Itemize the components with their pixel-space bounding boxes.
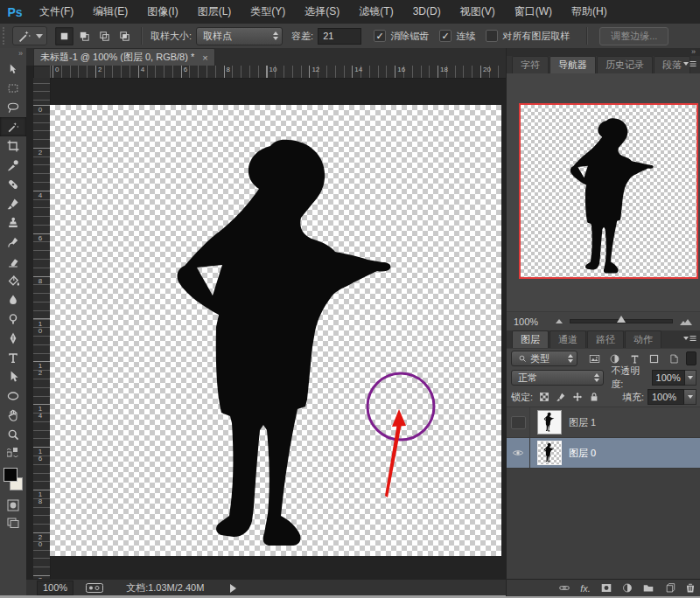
tab-导航器[interactable]: 导航器 (550, 56, 596, 73)
checkbox-checked[interactable]: ✓消除锯齿 (374, 30, 429, 43)
link-layers-button[interactable] (554, 581, 575, 595)
layer-thumbnail[interactable] (537, 441, 562, 465)
new-selection-button[interactable] (55, 27, 74, 45)
sample-size-select[interactable]: 取样点 (196, 27, 283, 45)
tab-历史记录[interactable]: 历史记录 (597, 56, 653, 73)
layer-thumbnail[interactable] (537, 410, 562, 435)
checkbox-unchecked[interactable]: 对所有图层取样 (486, 30, 570, 43)
add-layer-mask-button[interactable] (596, 581, 617, 595)
slider-thumb[interactable] (617, 316, 626, 323)
fill-field[interactable]: 100% (648, 389, 684, 405)
menu-item[interactable]: 类型(Y) (241, 0, 295, 24)
tab-字符[interactable]: 字符 (512, 56, 549, 73)
menu-item[interactable]: 图像(I) (137, 0, 187, 24)
layer-filter-select[interactable]: 类型 (511, 351, 578, 366)
panel-menu-icon[interactable] (682, 59, 696, 68)
type-tool[interactable] (0, 348, 26, 367)
layer-filter-toggle[interactable] (686, 351, 696, 365)
menu-item[interactable]: 文件(F) (30, 0, 83, 24)
panel-collapse-button[interactable]: » (507, 48, 700, 56)
lock-transparency-button[interactable] (537, 390, 551, 404)
opacity-dropdown-icon[interactable] (685, 370, 696, 386)
magic-wand-tool[interactable] (0, 117, 26, 136)
checkbox-icon[interactable]: ✓ (374, 30, 386, 42)
fill-dropdown-icon[interactable] (684, 389, 696, 405)
lock-all-button[interactable] (587, 390, 601, 404)
move-tool[interactable] (0, 59, 26, 79)
horizontal-ruler[interactable]: 02468101214161820 (50, 66, 506, 79)
layer-row[interactable]: 图层 1 (507, 407, 700, 438)
document-canvas[interactable] (50, 105, 501, 556)
foreground-color-swatch[interactable] (4, 468, 18, 482)
refine-edge-button[interactable]: 调整边缘... (599, 27, 668, 45)
clone-stamp-tool[interactable] (0, 213, 26, 233)
zoom-in-icon[interactable] (680, 316, 692, 327)
layer-style-button[interactable]: fx. (575, 581, 596, 595)
filter-pixel-layers-button[interactable] (586, 351, 604, 365)
menu-item[interactable]: 帮助(H) (562, 0, 617, 24)
history-brush-tool[interactable] (0, 233, 26, 252)
navigator-zoom-slider[interactable] (570, 319, 673, 323)
checkbox-icon[interactable]: ✓ (439, 30, 452, 42)
toolbar-collapse-button[interactable]: » (0, 48, 26, 59)
opacity-field[interactable]: 100% (652, 370, 686, 386)
checkbox-icon[interactable] (486, 30, 498, 42)
subtract-selection-button[interactable] (95, 27, 114, 45)
spot-healing-tool[interactable] (0, 175, 26, 194)
crop-tool[interactable] (0, 136, 26, 156)
navigator-zoom-field[interactable]: 100% (514, 316, 556, 327)
pen-tool[interactable] (0, 329, 26, 348)
color-wells[interactable] (0, 465, 26, 497)
new-group-button[interactable] (638, 581, 659, 595)
navigator-proxy-view[interactable] (519, 103, 698, 279)
blur-tool[interactable] (0, 290, 26, 309)
current-tool-preset[interactable] (12, 26, 47, 45)
delete-layer-button[interactable] (680, 581, 700, 595)
tolerance-input[interactable]: 21 (318, 28, 361, 45)
tab-图层[interactable]: 图层 (512, 330, 549, 348)
ellipse-tool[interactable] (0, 386, 26, 406)
menu-item[interactable]: 3D(D) (403, 0, 451, 24)
intersect-selection-button[interactable] (116, 27, 134, 45)
zoom-tool[interactable] (0, 425, 26, 444)
visibility-toggle[interactable] (507, 438, 530, 468)
status-options-arrow-icon[interactable] (230, 584, 236, 593)
swap-colors-icon[interactable] (0, 444, 26, 462)
rectangular-marquee-tool[interactable] (0, 79, 26, 98)
tab-动作[interactable]: 动作 (625, 330, 662, 348)
new-layer-button[interactable] (659, 581, 680, 595)
path-selection-tool[interactable] (0, 367, 26, 386)
document-tab[interactable]: 未标题-1 @ 100% (图层 0, RGB/8) * × (33, 48, 215, 66)
eyedropper-tool[interactable] (0, 156, 26, 175)
filter-type-layers-button[interactable] (626, 351, 643, 365)
tab-路径[interactable]: 路径 (587, 330, 624, 348)
new-adjustment-layer-button[interactable] (617, 581, 638, 595)
menu-item[interactable]: 视图(V) (451, 0, 505, 24)
panel-menu-icon[interactable] (682, 334, 696, 343)
checkbox-checked[interactable]: ✓连续 (439, 30, 475, 43)
tab-通道[interactable]: 通道 (550, 330, 586, 348)
menu-item[interactable]: 滤镜(T) (349, 0, 402, 24)
hand-tool[interactable] (0, 406, 26, 425)
add-selection-button[interactable] (75, 27, 94, 45)
menu-item[interactable]: 编辑(E) (83, 0, 137, 24)
lasso-tool[interactable] (0, 98, 26, 117)
zoom-level-field[interactable]: 100% (37, 581, 74, 595)
visibility-toggle[interactable] (507, 407, 530, 437)
dodge-tool[interactable] (0, 309, 26, 329)
brush-tool[interactable] (0, 194, 26, 213)
menu-item[interactable]: 图层(L) (188, 0, 242, 24)
lock-pixels-button[interactable] (554, 390, 568, 404)
zoom-out-icon[interactable] (556, 319, 563, 323)
blend-mode-select[interactable]: 正常 (511, 370, 604, 386)
lock-position-button[interactable] (570, 390, 584, 404)
menu-item[interactable]: 窗口(W) (505, 0, 562, 24)
vertical-ruler[interactable]: 024681012141618202 (33, 78, 51, 579)
quick-mask-button[interactable] (0, 497, 26, 514)
eraser-tool[interactable] (0, 252, 26, 271)
close-icon[interactable]: × (202, 52, 207, 63)
filter-adjustment-layers-button[interactable] (606, 351, 624, 365)
paint-bucket-tool[interactable] (0, 271, 26, 290)
menu-item[interactable]: 选择(S) (295, 0, 349, 24)
layer-row[interactable]: 图层 0 (507, 438, 700, 469)
